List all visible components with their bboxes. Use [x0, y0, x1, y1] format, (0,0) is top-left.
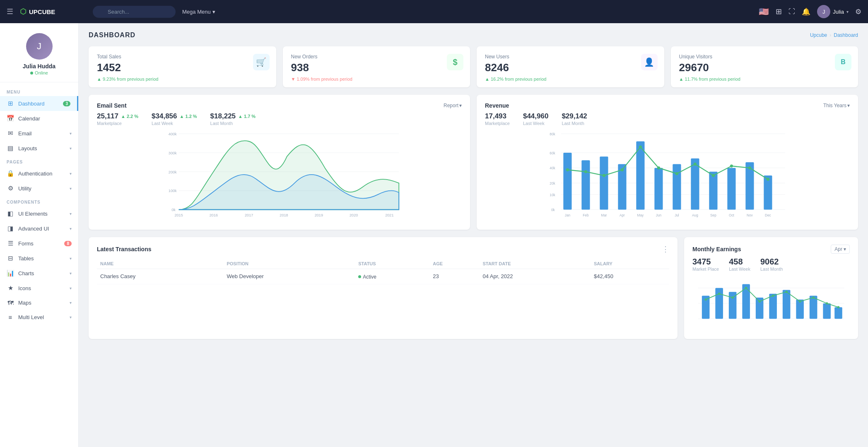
sidebar-item-advanced-ui[interactable]: ◨ Advanced UI ▾	[0, 221, 78, 236]
revenue-chart-title: Revenue	[485, 102, 509, 109]
sidebar-item-calendar[interactable]: 📅 Calendar	[0, 111, 78, 126]
dashboard-icon: ⊞	[7, 100, 14, 107]
brand-name: UPCUBE	[29, 8, 55, 15]
lastweek-label: Last Week	[152, 121, 197, 126]
email-arrow: ▾	[70, 131, 72, 136]
page-header: DASHBOARD Upcube › Dashboard	[89, 31, 858, 39]
flag-icon[interactable]: 🇺🇸	[759, 7, 769, 17]
sidebar-label-tables: Tables	[18, 255, 65, 262]
transactions-card: Latest Transactions ⋮ Name Position Stat…	[89, 237, 678, 339]
svg-text:2021: 2021	[385, 213, 393, 217]
cell-position: Web Developer	[223, 269, 355, 284]
marketplace-label: Marketplace	[97, 121, 138, 126]
revenue-stat-marketplace: 17,493 Marketplace	[485, 112, 510, 126]
svg-point-89	[837, 306, 840, 309]
sidebar-item-icons[interactable]: ★ Icons ▾	[0, 281, 78, 296]
svg-text:2015: 2015	[174, 213, 183, 217]
apps-icon[interactable]: ⊞	[776, 7, 782, 16]
maps-icon: 🗺	[7, 299, 14, 306]
sidebar: J Julia Hudda Online MENU ⊞ Dashboard 3 …	[0, 23, 79, 447]
sidebar-item-ui-elements[interactable]: ◧ UI Elements ▾	[0, 206, 78, 221]
email-sent-chart-card: Email Sent Report ▾ 25,117 ▲ 2.2 % Marke…	[89, 95, 470, 230]
svg-text:Oct: Oct	[729, 214, 735, 217]
settings-icon[interactable]: ⚙	[855, 7, 861, 16]
total-sales-arrow: ▲	[97, 77, 101, 82]
mega-menu-button[interactable]: Mega Menu ▾	[182, 9, 215, 15]
sidebar-section-components: COMPONENTS	[0, 196, 78, 206]
stat-cards-grid: Total Sales 1452 ▲ 9.23% from previous p…	[89, 46, 858, 87]
sidebar-item-layouts[interactable]: ▤ Layouts ▾	[0, 141, 78, 156]
earnings-title: Monthly Earnings	[692, 246, 741, 252]
ui-elements-icon: ◧	[7, 210, 14, 217]
unique-visitors-change: ▲ 11.7% from previous period	[679, 77, 850, 82]
earnings-filter-button[interactable]: Apr ▾	[831, 245, 850, 254]
earnings-marketplace-value: 3475	[692, 257, 719, 267]
sidebar-item-email[interactable]: ✉ Email ▾	[0, 126, 78, 141]
charts-arrow: ▾	[70, 271, 72, 276]
breadcrumb-upcube[interactable]: Upcube	[810, 32, 827, 38]
dashboard-badge: 3	[63, 101, 70, 106]
sidebar-item-maps[interactable]: 🗺 Maps ▾	[0, 296, 78, 310]
svg-rect-78	[834, 307, 842, 319]
sidebar-item-multi-level[interactable]: ≡ Multi Level ▾	[0, 310, 78, 324]
avatar-circle: J	[817, 5, 830, 18]
sidebar-item-tables[interactable]: ⊟ Tables ▾	[0, 251, 78, 266]
rev-lastweek-value: $44,960	[523, 112, 548, 120]
new-orders-icon: $	[447, 54, 463, 70]
earnings-stat-lastweek: 458 Last Week	[729, 257, 750, 272]
transactions-menu-button[interactable]: ⋮	[662, 245, 669, 254]
revenue-chart-filter-button[interactable]: This Years ▾	[823, 103, 850, 108]
revenue-stat-lastweek: $44,960 Last Week	[523, 112, 548, 126]
hamburger-menu[interactable]: ☰	[7, 7, 13, 16]
breadcrumb: Upcube › Dashboard	[810, 32, 858, 38]
col-age: Age	[429, 259, 479, 269]
svg-text:300k: 300k	[169, 151, 177, 155]
svg-text:10k: 10k	[550, 193, 555, 197]
svg-point-49	[712, 174, 715, 177]
sidebar-item-utility[interactable]: ⚙ Utility ▾	[0, 181, 78, 196]
transactions-title: Latest Transactions	[97, 246, 152, 252]
main-layout: J Julia Hudda Online MENU ⊞ Dashboard 3 …	[0, 23, 868, 447]
svg-rect-31	[600, 156, 608, 209]
svg-rect-33	[636, 142, 644, 210]
svg-text:May: May	[637, 214, 644, 217]
sidebar-label-advanced-ui: Advanced UI	[18, 226, 65, 232]
new-orders-change: ▼ 1.09% from previous period	[291, 77, 462, 82]
total-sales-icon: 🛒	[253, 54, 270, 70]
user-avatar-button[interactable]: J Julia ▾	[817, 5, 849, 18]
fullscreen-icon[interactable]: ⛶	[788, 8, 795, 15]
earnings-stat-lastmonth: 9062 Last Month	[760, 257, 783, 272]
advanced-ui-icon: ◨	[7, 225, 14, 232]
unique-visitors-pct: 11.7%	[685, 77, 697, 82]
table-row[interactable]: Charles Casey Web Developer Active 23 04…	[97, 269, 669, 284]
sidebar-item-forms[interactable]: ☰ Forms 8	[0, 236, 78, 251]
earnings-chart	[692, 276, 850, 332]
email-chart-report-button[interactable]: Report ▾	[444, 103, 462, 108]
notification-icon[interactable]: 🔔	[802, 7, 810, 16]
svg-point-81	[731, 296, 734, 299]
earnings-lastweek-value: 458	[729, 257, 750, 267]
sidebar-label-calendar: Calendar	[18, 115, 72, 122]
charts-row: Email Sent Report ▾ 25,117 ▲ 2.2 % Marke…	[89, 95, 858, 230]
new-orders-value: 938	[291, 61, 462, 74]
transactions-header: Latest Transactions ⋮	[97, 245, 669, 254]
search-input[interactable]	[93, 6, 176, 18]
sidebar-item-charts[interactable]: 📊 Charts ▾	[0, 266, 78, 281]
breadcrumb-dashboard: Dashboard	[834, 32, 858, 38]
top-nav-right: 🇺🇸 ⊞ ⛶ 🔔 J Julia ▾ ⚙	[759, 5, 861, 18]
sidebar-label-authentication: Authentication	[18, 171, 65, 177]
svg-text:60k: 60k	[550, 151, 555, 155]
sidebar-item-dashboard[interactable]: ⊞ Dashboard 3	[0, 96, 78, 111]
earnings-marketplace-label: Market Place	[692, 267, 719, 272]
svg-rect-74	[783, 290, 791, 319]
sidebar-item-authentication[interactable]: 🔒 Authentication ▾	[0, 166, 78, 181]
tables-icon: ⊟	[7, 255, 14, 262]
svg-point-42	[584, 170, 587, 173]
bottom-row: Latest Transactions ⋮ Name Position Stat…	[89, 237, 858, 339]
utility-icon: ⚙	[7, 185, 14, 192]
revenue-bar-chart: 80k 60k 40k 20k 10k 0k	[485, 130, 850, 222]
col-start-date: Start date	[479, 259, 590, 269]
email-chart-stats: 25,117 ▲ 2.2 % Marketplace $34,856 ▲ 1.2…	[97, 112, 462, 126]
charts-icon: 📊	[7, 269, 14, 277]
stat-card-new-users: New Users 8246 ▲ 16.2% from previous per…	[477, 46, 664, 87]
